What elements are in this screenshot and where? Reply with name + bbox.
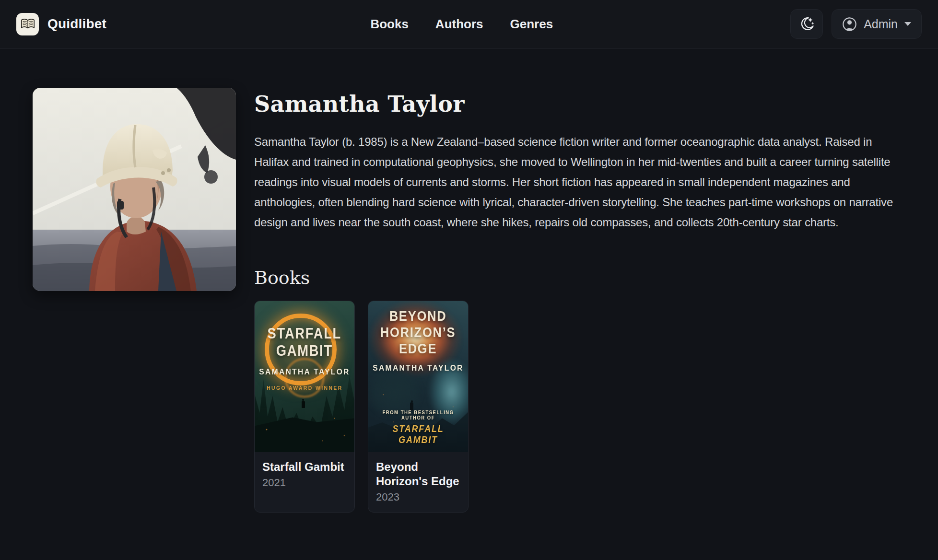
book-title: Beyond Horizon's Edge	[376, 460, 460, 489]
books-grid: STARFALL GAMBIT SAMANTHA TAYLOR HUGO AWA…	[254, 301, 905, 513]
admin-menu-button[interactable]: Admin	[832, 9, 922, 39]
author-photo	[33, 88, 236, 291]
cover-award-badge: HUGO AWARD WINNER	[267, 385, 342, 391]
nav-books[interactable]: Books	[370, 17, 408, 32]
cover-title: STARFALL GAMBIT	[262, 325, 347, 360]
book-title: Starfall Gambit	[262, 460, 347, 474]
user-circle-icon	[842, 16, 857, 32]
author-details: Samantha Taylor Samantha Taylor (b. 1985…	[254, 88, 905, 513]
page-title: Samantha Taylor	[254, 91, 905, 117]
book-year: 2023	[376, 491, 460, 503]
cover-author: SAMANTHA TAYLOR	[259, 367, 350, 377]
open-book-icon	[20, 17, 35, 31]
app-logo	[16, 13, 39, 35]
nav-genres[interactable]: Genres	[510, 17, 553, 32]
book-card-footer: Starfall Gambit 2021	[255, 452, 354, 498]
header-actions: Admin	[790, 9, 922, 39]
book-card-beyond-horizons-edge[interactable]: BEYOND HORIZON’S EDGE SAMANTHA TAYLOR FR…	[368, 301, 469, 513]
brand-name: Quidlibet	[47, 16, 106, 32]
book-card-footer: Beyond Horizon's Edge 2023	[368, 452, 468, 512]
main-nav: Books Authors Genres	[370, 0, 553, 48]
cover-author: SAMANTHA TAYLOR	[373, 363, 463, 373]
author-page: Samantha Taylor Samantha Taylor (b. 1985…	[0, 48, 938, 513]
cover-ref-title: STARFALL GAMBIT	[373, 423, 463, 445]
cover-title: BEYOND HORIZON’S EDGE	[375, 308, 461, 357]
book-year: 2021	[262, 477, 347, 489]
book-cover-beyond-horizons-edge: BEYOND HORIZON’S EDGE SAMANTHA TAYLOR FR…	[368, 301, 468, 452]
top-nav: Quidlibet Books Authors Genres Admin	[0, 0, 938, 48]
book-cover-starfall-gambit: STARFALL GAMBIT SAMANTHA TAYLOR HUGO AWA…	[255, 301, 354, 452]
theme-toggle-button[interactable]	[790, 9, 823, 39]
book-card-starfall-gambit[interactable]: STARFALL GAMBIT SAMANTHA TAYLOR HUGO AWA…	[254, 301, 355, 513]
brand[interactable]: Quidlibet	[16, 13, 106, 35]
nav-authors[interactable]: Authors	[435, 17, 483, 32]
chevron-down-icon	[904, 22, 912, 26]
books-heading: Books	[254, 266, 905, 289]
cover-kicker: FROM THE BESTSELLING AUTHOR OF	[371, 410, 466, 420]
author-bio: Samantha Taylor (b. 1985) is a New Zeala…	[254, 132, 905, 233]
admin-label: Admin	[864, 17, 898, 31]
moon-icon	[798, 16, 815, 32]
